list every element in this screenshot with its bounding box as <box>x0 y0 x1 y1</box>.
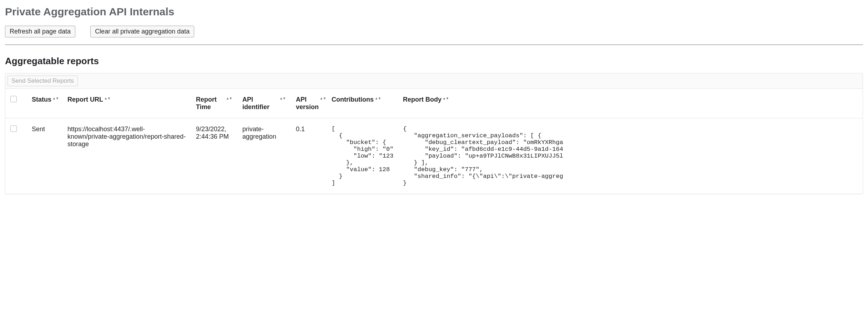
sort-icon: ▲▼ <box>279 97 286 99</box>
column-header-api-version-label: API version <box>296 96 319 111</box>
page-title: Private Aggregation API Internals <box>5 6 863 18</box>
column-header-status[interactable]: Status ▲▼ <box>27 89 62 118</box>
sort-icon: ▲▼ <box>320 97 326 99</box>
cell-api-version: 0.1 <box>291 118 327 194</box>
sort-icon: ▲▼ <box>443 97 449 99</box>
cell-report-time: 9/23/2022, 2:44:36 PM <box>191 118 237 194</box>
column-header-status-label: Status <box>32 96 51 103</box>
top-button-row: Refresh all page data Clear all private … <box>5 26 863 37</box>
column-header-contributions-label: Contributions <box>332 96 374 103</box>
column-header-contributions[interactable]: Contributions ▲▼ <box>327 89 398 118</box>
cell-report-body: { "aggregation_service_payloads": [ { "d… <box>398 118 863 194</box>
table-toolbar: Send Selected Reports <box>5 73 863 89</box>
column-header-report-time[interactable]: Report Time ▲▼ <box>191 89 237 118</box>
clear-data-button[interactable]: Clear all private aggregation data <box>90 26 194 37</box>
divider <box>5 45 863 45</box>
row-checkbox[interactable] <box>10 125 17 132</box>
cell-status: Sent <box>27 118 62 194</box>
cell-report-url: https://localhost:4437/.well-known/priva… <box>62 118 191 194</box>
cell-contributions: [ { "bucket": { "high": "0", "low": "123… <box>327 118 398 194</box>
section-title: Aggregatable reports <box>5 56 863 67</box>
column-header-api-identifier-label: API identifier <box>242 96 278 111</box>
sort-icon: ▲▼ <box>226 97 232 99</box>
column-header-report-body-label: Report Body <box>403 96 441 103</box>
select-all-checkbox[interactable] <box>10 96 17 102</box>
send-selected-button: Send Selected Reports <box>7 76 78 86</box>
sort-icon: ▲▼ <box>52 97 59 99</box>
column-header-api-identifier[interactable]: API identifier ▲▼ <box>237 89 291 118</box>
reports-table-card: Send Selected Reports Status ▲▼ <box>5 73 863 194</box>
refresh-button[interactable]: Refresh all page data <box>5 26 75 37</box>
column-header-report-url-label: Report URL <box>67 96 103 103</box>
column-header-checkbox <box>5 89 27 118</box>
contributions-pre: [ { "bucket": { "high": "0", "low": "123… <box>332 125 393 186</box>
column-header-report-time-label: Report Time <box>196 96 225 111</box>
column-header-report-url[interactable]: Report URL ▲▼ <box>62 89 191 118</box>
report-body-pre: { "aggregation_service_payloads": [ { "d… <box>403 125 858 186</box>
sort-icon: ▲▼ <box>104 97 111 99</box>
cell-api-identifier: private-aggregation <box>237 118 291 194</box>
column-header-api-version[interactable]: API version ▲▼ <box>291 89 327 118</box>
table-row: Sent https://localhost:4437/.well-known/… <box>5 118 863 194</box>
reports-table: Status ▲▼ Report URL ▲▼ Report Time ▲▼ <box>5 89 863 194</box>
column-header-report-body[interactable]: Report Body ▲▼ <box>398 89 863 118</box>
sort-icon: ▲▼ <box>375 97 381 99</box>
